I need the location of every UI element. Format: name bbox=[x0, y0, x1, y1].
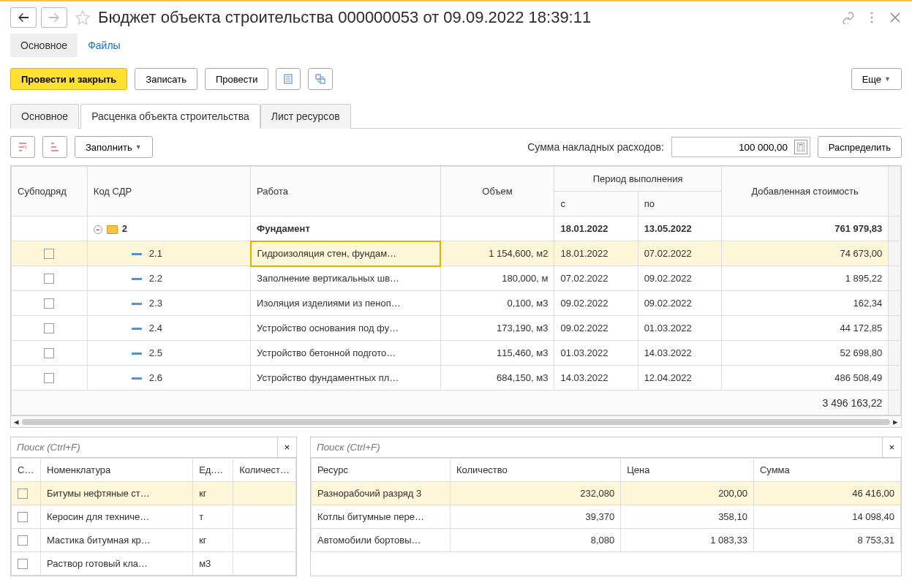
row-checkbox[interactable] bbox=[18, 535, 28, 546]
svg-point-13 bbox=[799, 148, 799, 149]
list-item[interactable]: Битумы нефтяные ст… кг bbox=[12, 482, 296, 505]
more-button[interactable]: Еще▼ bbox=[851, 68, 902, 90]
svg-rect-9 bbox=[797, 143, 804, 151]
mode-tabs: Основное Файлы bbox=[0, 34, 912, 58]
toolbar: Провести и закрыть Записать Провести Еще… bbox=[0, 58, 912, 100]
svg-rect-7 bbox=[316, 75, 320, 79]
row-checkbox[interactable] bbox=[44, 274, 54, 284]
calculator-icon[interactable] bbox=[794, 140, 807, 154]
row-checkbox[interactable] bbox=[18, 489, 28, 499]
fill-label: Заполнить bbox=[86, 142, 132, 153]
toolbar-icon-2[interactable] bbox=[308, 68, 333, 90]
fill-button[interactable]: Заполнить▼ bbox=[75, 136, 153, 158]
horizontal-scrollbar[interactable]: ◂ ▸ bbox=[11, 415, 901, 427]
overhead-input[interactable] bbox=[671, 137, 810, 157]
toolbar-icon-1[interactable] bbox=[276, 68, 301, 90]
row-checkbox[interactable] bbox=[44, 323, 54, 333]
tree-expand-button[interactable] bbox=[10, 136, 35, 158]
section-tab-pricing[interactable]: Расценка объекта строительства bbox=[80, 104, 260, 129]
section-tabs: Основное Расценка объекта строительства … bbox=[10, 100, 902, 129]
row-checkbox[interactable] bbox=[44, 373, 54, 383]
list-item[interactable]: Котлы битумные пере… 39,370 358,10 14 09… bbox=[312, 505, 901, 529]
main-table: Субподряд Код СДР Работа Объем Период вы… bbox=[10, 165, 902, 428]
more-icon[interactable] bbox=[865, 11, 878, 24]
clear-search-right[interactable]: × bbox=[882, 437, 901, 457]
section-tab-main[interactable]: Основное bbox=[10, 104, 79, 129]
resources-panel: × Ресурс Количество Цена Сумма Разнорабо… bbox=[310, 437, 902, 576]
col-work[interactable]: Работа bbox=[251, 167, 441, 216]
section-tab-resources[interactable]: Лист ресурсов bbox=[260, 104, 351, 129]
row-checkbox[interactable] bbox=[44, 298, 54, 309]
svg-point-2 bbox=[871, 21, 873, 23]
table-row[interactable]: 2.4 Устройство основания под фу… 173,190… bbox=[12, 316, 901, 341]
list-item[interactable]: Мастика битумная кр… кг bbox=[12, 529, 296, 552]
col-value[interactable]: Добавленная стоимость bbox=[721, 167, 888, 216]
row-checkbox[interactable] bbox=[44, 348, 54, 358]
row-checkbox[interactable] bbox=[44, 249, 54, 259]
item-icon bbox=[132, 278, 142, 280]
svg-point-0 bbox=[871, 12, 873, 15]
search-input-right[interactable] bbox=[311, 437, 882, 457]
item-icon bbox=[132, 303, 142, 305]
list-item[interactable]: Раствор готовый кла… м3 bbox=[12, 552, 296, 576]
svg-point-1 bbox=[871, 17, 873, 19]
search-input-left[interactable] bbox=[11, 437, 277, 457]
back-button[interactable] bbox=[10, 7, 37, 28]
bottom-panels: × С… Номенклатура Ед.… Количест… Битумы … bbox=[10, 437, 902, 576]
mode-tab-main[interactable]: Основное bbox=[10, 34, 78, 57]
col-volume[interactable]: Объем bbox=[440, 167, 554, 216]
col-s[interactable]: С… bbox=[12, 459, 41, 482]
folder-icon bbox=[107, 225, 118, 234]
item-icon bbox=[132, 253, 142, 255]
favorite-icon[interactable] bbox=[75, 10, 91, 26]
save-button[interactable]: Записать bbox=[135, 68, 197, 90]
item-icon bbox=[132, 353, 142, 355]
col-res[interactable]: Ресурс bbox=[312, 459, 451, 482]
table-row[interactable]: 2.6 Устройство фундаментных пл… 684,150,… bbox=[12, 366, 901, 391]
col-period[interactable]: Период выполнения bbox=[554, 167, 721, 192]
col-nom-name[interactable]: Номенклатура bbox=[41, 459, 193, 482]
more-label: Еще bbox=[862, 74, 881, 85]
col-nom-unit[interactable]: Ед.… bbox=[193, 459, 233, 482]
table-group-row[interactable]: −2 Фундамент 18.01.2022 13.05.2022 761 9… bbox=[12, 216, 901, 241]
svg-point-11 bbox=[799, 146, 799, 147]
col-from[interactable]: с bbox=[554, 192, 638, 216]
col-to[interactable]: по bbox=[638, 192, 721, 216]
title-bar: Бюджет объекта строительства 000000053 о… bbox=[0, 1, 912, 34]
scroll-left-icon[interactable]: ◂ bbox=[14, 416, 19, 427]
svg-point-12 bbox=[802, 146, 802, 147]
page-title: Бюджет объекта строительства 000000053 о… bbox=[98, 8, 837, 27]
tree-collapse-button[interactable] bbox=[42, 136, 67, 158]
link-icon[interactable] bbox=[842, 11, 855, 24]
col-code[interactable]: Код СДР bbox=[87, 167, 250, 216]
nomenclature-panel: × С… Номенклатура Ед.… Количест… Битумы … bbox=[10, 437, 297, 576]
forward-button[interactable] bbox=[41, 7, 67, 28]
collapse-icon[interactable]: − bbox=[94, 225, 102, 234]
col-sub[interactable]: Субподряд bbox=[12, 167, 88, 216]
scroll-right-icon[interactable]: ▸ bbox=[893, 416, 898, 427]
row-checkbox[interactable] bbox=[18, 512, 28, 522]
close-icon[interactable] bbox=[889, 11, 902, 24]
clear-search-left[interactable]: × bbox=[277, 437, 296, 457]
col-res-price[interactable]: Цена bbox=[621, 459, 754, 482]
post-button[interactable]: Провести bbox=[205, 68, 269, 90]
svg-rect-8 bbox=[320, 79, 325, 83]
list-item[interactable]: Автомобили бортовы… 8,080 1 083,33 8 753… bbox=[312, 529, 901, 552]
item-icon bbox=[132, 377, 142, 380]
fill-bar: Заполнить▼ Сумма накладных расходов: Рас… bbox=[0, 129, 912, 165]
post-and-close-button[interactable]: Провести и закрыть bbox=[10, 68, 127, 90]
item-icon bbox=[132, 328, 142, 330]
list-item[interactable]: Разнорабочий разряд 3 232,080 200,00 46 … bbox=[312, 482, 901, 505]
table-row[interactable]: 2.5 Устройство бетонной подгото… 115,460… bbox=[12, 341, 901, 366]
table-row[interactable]: 2.2 Заполнение вертикальных шв… 180,000,… bbox=[12, 266, 901, 291]
mode-tab-files[interactable]: Файлы bbox=[78, 34, 130, 57]
col-res-qty[interactable]: Количество bbox=[451, 459, 621, 482]
table-row[interactable]: 2.1 Гидроизоляция стен, фундам… 1 154,60… bbox=[12, 241, 901, 266]
row-checkbox[interactable] bbox=[18, 559, 28, 569]
list-item[interactable]: Керосин для техниче… т bbox=[12, 505, 296, 529]
table-total-row: 3 496 163,22 bbox=[12, 391, 901, 415]
distribute-button[interactable]: Распределить bbox=[818, 136, 902, 158]
table-row[interactable]: 2.3 Изоляция изделиями из пеноп… 0,100, … bbox=[12, 291, 901, 316]
col-res-sum[interactable]: Сумма bbox=[753, 459, 900, 482]
col-nom-qty[interactable]: Количест… bbox=[233, 459, 296, 482]
